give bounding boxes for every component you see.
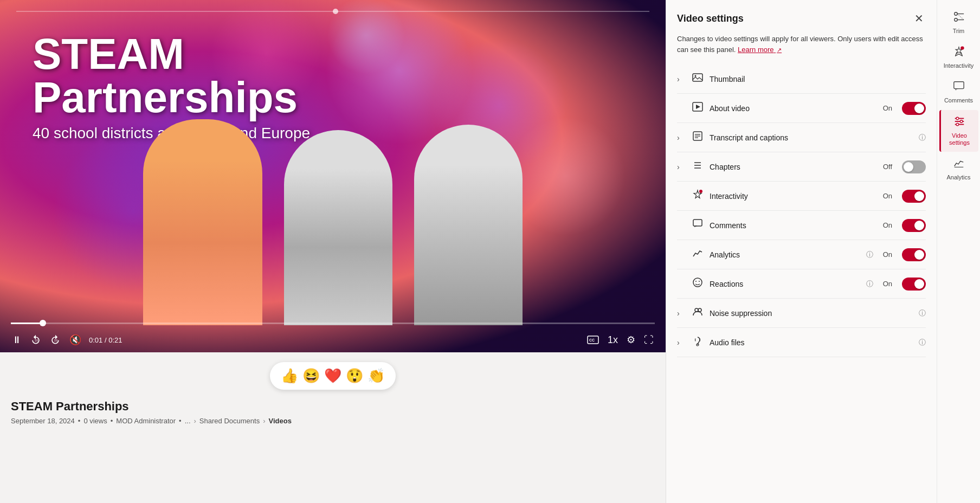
total-time: 0:21 xyxy=(108,336,122,344)
forward-10-button[interactable]: 10 xyxy=(49,333,62,346)
svg-point-33 xyxy=(956,117,959,120)
audio-files-icon xyxy=(691,336,704,349)
breadcrumb-dots[interactable]: ... xyxy=(185,417,191,425)
toolbar-trim[interactable]: Trim xyxy=(939,5,978,40)
toolbar-interactivity-icon xyxy=(953,46,965,60)
time-display: 0:01 / 0:21 xyxy=(89,336,122,344)
setting-row-interactivity: › Interactivity On xyxy=(677,182,926,211)
breadcrumb-arrow2: › xyxy=(263,417,265,425)
video-date: September 18, 2024 xyxy=(11,417,75,425)
comments-status: On xyxy=(883,221,892,229)
notice-text: Changes to video settings will apply for… xyxy=(677,35,923,54)
reaction-clap[interactable]: 👏 xyxy=(368,367,385,384)
setting-row-noise-suppression[interactable]: › Noise suppression ⓘ xyxy=(677,299,926,328)
mute-button[interactable]: 🔇 xyxy=(68,333,82,347)
comments-label: Comments xyxy=(710,221,878,230)
svg-point-17 xyxy=(693,278,702,287)
breadcrumb-videos[interactable]: Videos xyxy=(268,417,291,425)
video-progress-fill xyxy=(11,323,43,324)
child-figure-1 xyxy=(143,119,262,325)
analytics-toggle[interactable] xyxy=(902,248,926,261)
bullet2: • xyxy=(111,417,113,425)
settings-notice: Changes to video settings will apply for… xyxy=(677,34,926,55)
analytics-info-icon: ⓘ xyxy=(866,250,873,260)
about-video-toggle-slider xyxy=(902,102,926,115)
chevron-icon-noise: › xyxy=(677,309,686,318)
svg-point-19 xyxy=(699,281,700,282)
settings-header: Video settings ✕ xyxy=(677,10,926,27)
learn-more-link[interactable]: Learn more ↗ xyxy=(738,46,782,54)
interactivity-icon xyxy=(691,189,704,203)
svg-point-18 xyxy=(695,281,697,282)
reaction-laugh[interactable]: 😆 xyxy=(302,367,320,384)
about-video-toggle[interactable] xyxy=(902,102,926,115)
about-video-icon xyxy=(691,101,704,115)
transcript-info-icon: ⓘ xyxy=(919,133,926,143)
close-settings-button[interactable]: ✕ xyxy=(912,10,926,27)
toolbar-analytics-icon xyxy=(953,157,965,172)
video-player[interactable]: STEAM Partnerships 40 school districts a… xyxy=(0,0,666,352)
breadcrumb-arrow1: › xyxy=(194,417,196,425)
bullet3: • xyxy=(179,417,182,425)
reactions-icon xyxy=(691,277,704,291)
interactivity-toggle-slider xyxy=(902,190,926,203)
pause-button[interactable]: ⏸ xyxy=(11,333,23,347)
svg-point-23 xyxy=(954,18,957,22)
comments-toggle[interactable] xyxy=(902,219,926,232)
svg-text:10: 10 xyxy=(35,339,38,342)
reactions-toggle[interactable] xyxy=(902,278,926,291)
svg-point-15 xyxy=(699,190,702,193)
rewind-10-button[interactable]: 10 xyxy=(29,333,42,346)
right-panel: Video settings ✕ Changes to video settin… xyxy=(666,0,980,503)
setting-row-thumbnail[interactable]: › Thumbnail xyxy=(677,65,926,94)
fullscreen-button[interactable]: ⛶ xyxy=(643,333,655,347)
setting-row-about-video: › About video On xyxy=(677,94,926,123)
settings-title: Video settings xyxy=(677,13,744,24)
interactivity-toggle[interactable] xyxy=(902,190,926,203)
video-area: STEAM Partnerships 40 school districts a… xyxy=(0,0,666,503)
reactions-status: On xyxy=(883,280,892,288)
speed-button[interactable]: 1x xyxy=(607,333,619,347)
chevron-icon-audio: › xyxy=(677,338,686,347)
reaction-wow[interactable]: 😲 xyxy=(346,367,363,384)
reactions-info-icon: ⓘ xyxy=(866,279,873,289)
toolbar-interactivity[interactable]: Interactivity xyxy=(939,40,978,75)
transcript-icon xyxy=(691,131,704,144)
transcript-label: Transcript and captions xyxy=(710,133,911,142)
video-metadata: STEAM Partnerships September 18, 2024 • … xyxy=(0,390,666,425)
setting-row-audio-files[interactable]: › Audio files ⓘ xyxy=(677,328,926,357)
setting-row-chapters[interactable]: › Chapters Off xyxy=(677,152,926,182)
closed-captions-button[interactable]: CC xyxy=(586,334,600,345)
setting-row-transcript[interactable]: › Transcript and captions ⓘ xyxy=(677,123,926,152)
toolbar-comments-icon xyxy=(953,80,965,95)
video-views: 0 views xyxy=(83,417,107,425)
svg-point-28 xyxy=(960,47,964,50)
settings-button[interactable]: ⚙ xyxy=(626,333,636,347)
reactions-pill: 👍 😆 ❤️ 😲 👏 xyxy=(270,362,396,390)
toolbar-analytics[interactable]: Analytics xyxy=(939,152,978,186)
toolbar-comments[interactable]: Comments xyxy=(939,75,978,109)
audio-info-icon: ⓘ xyxy=(919,338,926,347)
reaction-heart[interactable]: ❤️ xyxy=(324,367,341,384)
svg-text:CC: CC xyxy=(589,338,595,342)
video-metadata-title: STEAM Partnerships xyxy=(11,399,655,414)
interactivity-status: On xyxy=(883,192,892,200)
side-toolbar: Trim Interactivity Comments xyxy=(937,0,980,503)
video-top-bar-dot xyxy=(333,9,338,14)
breadcrumb-shared[interactable]: Shared Documents xyxy=(199,417,260,425)
comments-toggle-slider xyxy=(902,219,926,232)
reaction-thumbsup[interactable]: 👍 xyxy=(281,367,298,384)
reactions-label: Reactions xyxy=(710,280,859,288)
svg-point-34 xyxy=(960,120,963,122)
trim-label: Trim xyxy=(953,28,965,35)
video-author: MOD Administrator xyxy=(116,417,176,425)
chapters-toggle[interactable] xyxy=(902,160,926,173)
analytics-label: Analytics xyxy=(710,250,859,259)
toolbar-video-settings[interactable]: Video settings xyxy=(939,110,978,152)
thumbnail-label: Thumbnail xyxy=(710,75,926,83)
child-figure-3 xyxy=(414,125,523,325)
svg-rect-4 xyxy=(693,74,702,81)
bullet1: • xyxy=(78,417,81,425)
comments-tb-label: Comments xyxy=(944,97,973,104)
video-progress-bar[interactable] xyxy=(11,323,655,324)
